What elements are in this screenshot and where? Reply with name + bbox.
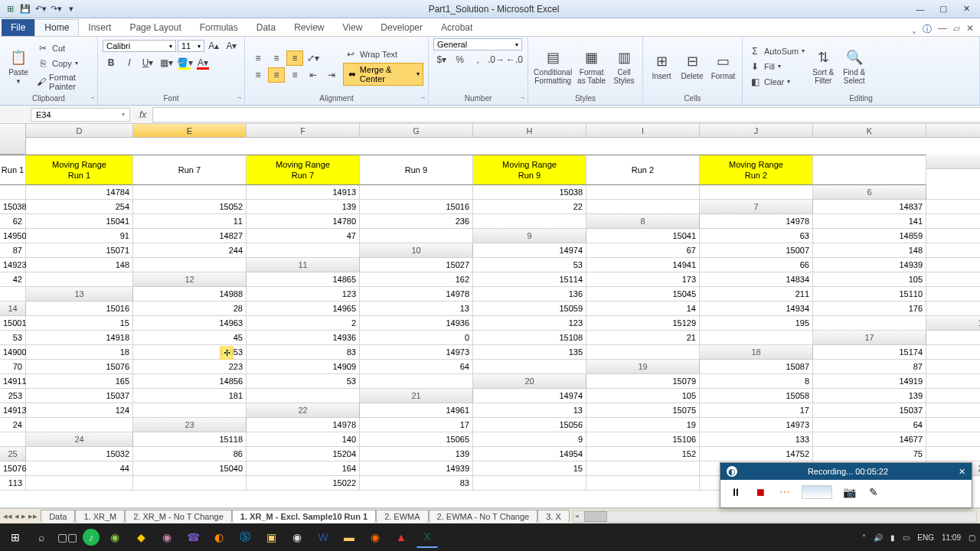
qat-customize-icon[interactable]: ▾ [64,2,78,16]
col-header-K[interactable]: K [813,124,926,138]
cell[interactable]: 15071 [26,243,133,258]
cell[interactable]: 14934 [700,302,813,316]
cell[interactable]: 162 [360,272,473,287]
cell[interactable]: 223 [133,360,247,374]
cell[interactable] [586,185,700,200]
cell[interactable]: 211 [700,287,813,302]
align-left-icon[interactable]: ≡ [250,67,266,83]
row-header-10[interactable]: 10 [360,243,473,258]
row-header-21[interactable]: 21 [360,389,473,403]
cell[interactable]: 19 [586,418,700,432]
row-header-8[interactable]: 8 [586,214,700,229]
cell[interactable]: 18 [26,345,133,360]
pause-button[interactable]: ⏸ [728,484,743,500]
sheet-tab[interactable]: Data [41,510,75,523]
cell[interactable]: 14988 [133,287,247,302]
cell[interactable] [133,476,247,491]
cell[interactable]: 64 [360,360,473,374]
orientation-icon[interactable]: ⤢▾ [305,51,322,66]
cell[interactable]: 15041 [26,214,133,229]
chrome-icon[interactable]: ◉ [286,527,308,548]
start-button[interactable]: ⊞ [5,527,26,548]
sheet-tab[interactable]: 3. X [537,510,570,523]
cell[interactable]: 91 [26,229,133,243]
cell[interactable]: 195 [700,316,813,331]
cell[interactable]: 15087 [700,360,813,374]
help-icon[interactable]: ⓘ [923,23,932,36]
cell[interactable]: 14913 [0,403,26,418]
col-header-J[interactable]: J [700,124,813,138]
tab-insert[interactable]: Insert [79,19,120,36]
cell[interactable]: 14865 [247,272,360,287]
cell[interactable]: 14963 [133,316,247,331]
cell[interactable]: 15075 [586,403,700,418]
cell[interactable]: 13 [360,302,473,316]
cell[interactable]: 14939 [813,258,926,272]
cell[interactable]: 15016 [360,200,473,214]
cell[interactable]: 165 [26,374,133,389]
cell[interactable]: 14965 [247,302,360,316]
row-header-20[interactable]: 20 [473,374,586,389]
cell[interactable]: 14677 [813,432,926,447]
cell[interactable]: 88 [926,432,980,447]
col-header-G[interactable]: G [360,124,473,138]
cell[interactable]: 14835 [926,243,980,258]
cell[interactable] [0,185,26,200]
cell[interactable]: 14961 [360,403,473,418]
rec-webcam-icon[interactable]: 📷 [841,484,857,500]
cell[interactable]: 15038 [0,200,26,214]
cell[interactable]: 15027 [360,258,473,272]
cell[interactable]: 14990 [926,389,980,403]
cell[interactable]: 14974 [473,389,586,403]
wrap-text-button[interactable]: ↩Wrap Text [343,47,423,61]
spotify-icon[interactable]: ♪ [83,529,100,546]
sort-filter-button[interactable]: ⇅Sort & Filter [809,47,837,86]
cell[interactable]: 15001 [0,316,26,331]
cell[interactable]: 173 [586,272,700,287]
tab-view[interactable]: View [334,19,372,36]
row-header-5[interactable]: 5 [926,155,980,169]
cell[interactable]: 22 [473,200,586,214]
cell[interactable]: 254 [26,200,133,214]
cell[interactable]: 15058 [700,389,813,403]
cell[interactable] [133,185,247,200]
insert-cells-button[interactable]: ⊞Insert [648,51,675,82]
cell[interactable]: 15059 [473,302,586,316]
col-header-D[interactable]: D [26,124,133,138]
app-icon-4[interactable]: ◐ [208,527,230,548]
cell[interactable]: 15038 [473,185,586,200]
header-cell[interactable]: Run 7 [133,155,247,185]
cell[interactable]: 152 [586,447,700,461]
tray-network-icon[interactable]: ▮ [890,533,895,542]
cell[interactable]: 236 [360,214,473,229]
cell[interactable]: 14978 [700,214,813,229]
font-size-combo[interactable]: 11▾ [178,40,204,52]
copy-button[interactable]: ⎘Copy ▾ [35,57,93,70]
cell[interactable]: 133 [700,432,813,447]
header-cell[interactable]: Moving Range Run 9 [473,155,586,185]
italic-button[interactable]: I [121,55,138,70]
skype-icon[interactable]: Ⓢ [234,527,256,548]
cell[interactable]: 21 [586,331,700,345]
row-header-9[interactable]: 9 [473,229,586,243]
tab-home[interactable]: Home [34,19,79,36]
row-header-11[interactable]: 11 [247,258,360,272]
cell[interactable]: 9 [473,432,586,447]
cell[interactable]: 14 [586,302,700,316]
cell[interactable]: 15 [473,461,586,476]
cell[interactable]: 15022 [247,476,360,491]
comma-icon[interactable]: , [469,52,486,67]
row-header-19[interactable]: 19 [586,360,700,374]
cell[interactable]: 14939 [360,461,473,476]
col-header-I[interactable]: I [586,124,700,138]
name-box[interactable]: E34▾ [31,108,130,122]
sheet-nav[interactable]: ◂◂ ◂ ▸ ▸▸ [0,511,41,521]
format-painter-button[interactable]: 🖌Format Painter [35,72,93,92]
fx-icon[interactable]: fx [133,109,152,120]
cell[interactable]: 287 [926,345,980,360]
find-select-button[interactable]: 🔍Find & Select [840,47,868,86]
cell[interactable]: 62 [0,214,26,229]
cut-button[interactable]: ✂Cut [35,41,93,55]
increase-indent-icon[interactable]: ⇥ [323,67,340,83]
cell[interactable]: 15110 [813,287,926,302]
